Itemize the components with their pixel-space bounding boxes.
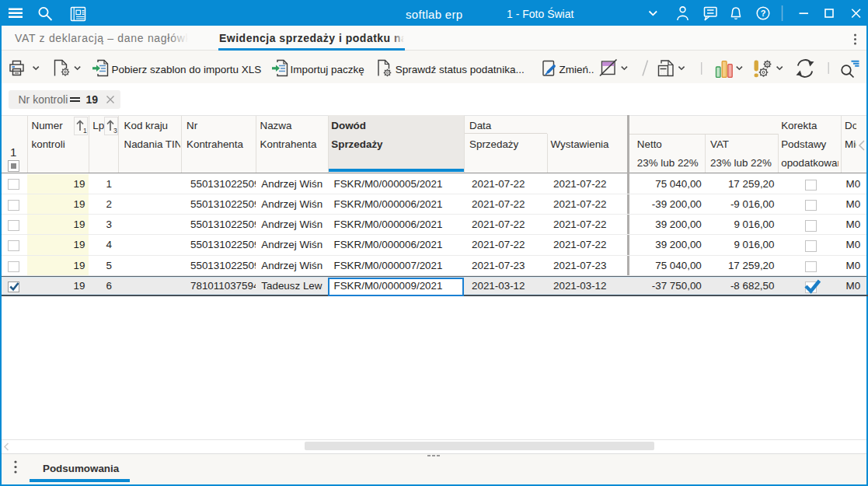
svg-text:1: 1 (83, 127, 87, 135)
svg-text:3: 3 (113, 127, 117, 135)
